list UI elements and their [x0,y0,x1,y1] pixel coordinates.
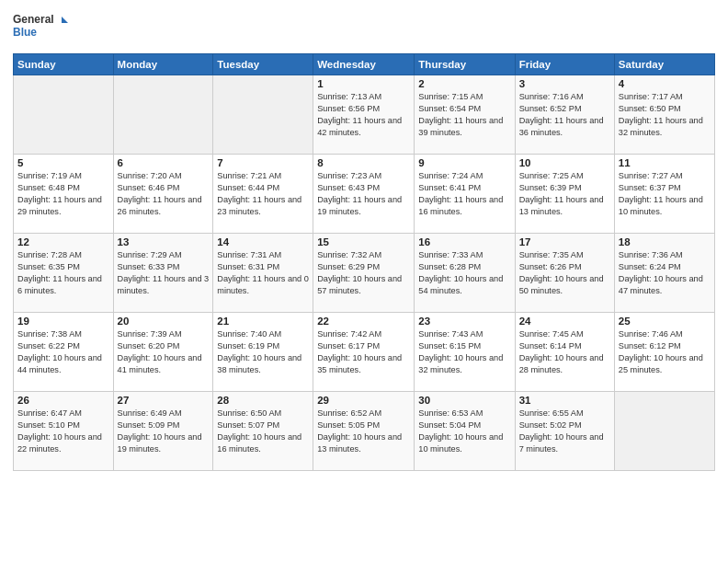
calendar-cell [14,75,114,155]
weekday-monday: Monday [113,54,213,75]
day-number: 31 [519,395,610,406]
day-number: 4 [619,78,711,89]
day-number: 13 [118,236,210,247]
day-number: 6 [118,157,210,168]
calendar-cell [113,75,213,155]
svg-text:Blue: Blue [13,26,37,39]
calendar-cell: 5Sunrise: 7:19 AM Sunset: 6:48 PM Daylig… [14,155,114,234]
day-info: Sunrise: 7:45 AM Sunset: 6:14 PM Dayligh… [519,328,610,376]
calendar-cell: 9Sunrise: 7:24 AM Sunset: 6:41 PM Daylig… [415,155,515,234]
calendar-cell: 15Sunrise: 7:32 AM Sunset: 6:29 PM Dayli… [313,234,415,313]
calendar-cell [213,75,313,155]
day-info: Sunrise: 7:16 AM Sunset: 6:52 PM Dayligh… [519,91,610,139]
week-row-4: 19Sunrise: 7:38 AM Sunset: 6:22 PM Dayli… [14,313,715,392]
calendar-cell: 2Sunrise: 7:15 AM Sunset: 6:54 PM Daylig… [415,75,515,155]
day-number: 3 [519,78,610,89]
calendar-cell: 18Sunrise: 7:36 AM Sunset: 6:24 PM Dayli… [614,234,714,313]
day-number: 25 [619,316,711,327]
week-row-5: 26Sunrise: 6:47 AM Sunset: 5:10 PM Dayli… [14,392,715,471]
logo-svg: General Blue [13,9,68,46]
calendar-cell: 28Sunrise: 6:50 AM Sunset: 5:07 PM Dayli… [213,392,313,471]
day-info: Sunrise: 7:17 AM Sunset: 6:50 PM Dayligh… [619,91,711,139]
day-info: Sunrise: 7:46 AM Sunset: 6:12 PM Dayligh… [619,328,711,376]
day-number: 24 [519,316,610,327]
day-info: Sunrise: 6:49 AM Sunset: 5:09 PM Dayligh… [118,408,210,455]
day-info: Sunrise: 7:43 AM Sunset: 6:15 PM Dayligh… [418,328,510,376]
day-number: 22 [317,316,410,327]
day-number: 20 [118,316,210,327]
day-number: 19 [17,316,109,327]
day-info: Sunrise: 7:27 AM Sunset: 6:37 PM Dayligh… [619,170,711,218]
day-info: Sunrise: 6:52 AM Sunset: 5:05 PM Dayligh… [317,408,410,455]
calendar-cell: 3Sunrise: 7:16 AM Sunset: 6:52 PM Daylig… [515,75,614,155]
weekday-tuesday: Tuesday [213,54,313,75]
calendar-cell: 21Sunrise: 7:40 AM Sunset: 6:19 PM Dayli… [213,313,313,392]
day-number: 15 [317,236,410,247]
calendar-cell [614,392,714,471]
day-number: 11 [619,157,711,168]
calendar-cell: 23Sunrise: 7:43 AM Sunset: 6:15 PM Dayli… [415,313,515,392]
day-info: Sunrise: 7:13 AM Sunset: 6:56 PM Dayligh… [317,91,410,139]
svg-text:General: General [13,13,54,26]
calendar-cell: 24Sunrise: 7:45 AM Sunset: 6:14 PM Dayli… [515,313,614,392]
day-info: Sunrise: 7:20 AM Sunset: 6:46 PM Dayligh… [118,170,210,218]
day-info: Sunrise: 7:35 AM Sunset: 6:26 PM Dayligh… [519,249,610,297]
day-info: Sunrise: 7:39 AM Sunset: 6:20 PM Dayligh… [118,328,210,376]
day-number: 18 [619,236,711,247]
page-header: General Blue [13,9,715,46]
calendar-cell: 12Sunrise: 7:28 AM Sunset: 6:35 PM Dayli… [14,234,114,313]
day-number: 12 [17,236,109,247]
weekday-saturday: Saturday [614,54,714,75]
day-info: Sunrise: 7:21 AM Sunset: 6:44 PM Dayligh… [217,170,309,218]
calendar-cell: 19Sunrise: 7:38 AM Sunset: 6:22 PM Dayli… [14,313,114,392]
weekday-header-row: SundayMondayTuesdayWednesdayThursdayFrid… [14,54,715,75]
day-number: 27 [118,395,210,406]
day-info: Sunrise: 7:25 AM Sunset: 6:39 PM Dayligh… [519,170,610,218]
calendar-cell: 20Sunrise: 7:39 AM Sunset: 6:20 PM Dayli… [113,313,213,392]
day-number: 21 [217,316,309,327]
day-info: Sunrise: 7:32 AM Sunset: 6:29 PM Dayligh… [317,249,410,297]
calendar-cell: 29Sunrise: 6:52 AM Sunset: 5:05 PM Dayli… [313,392,415,471]
day-number: 5 [17,157,109,168]
day-number: 14 [217,236,309,247]
day-info: Sunrise: 7:31 AM Sunset: 6:31 PM Dayligh… [217,249,309,297]
calendar-cell: 26Sunrise: 6:47 AM Sunset: 5:10 PM Dayli… [14,392,114,471]
week-row-3: 12Sunrise: 7:28 AM Sunset: 6:35 PM Dayli… [14,234,715,313]
day-info: Sunrise: 7:42 AM Sunset: 6:17 PM Dayligh… [317,328,410,376]
day-info: Sunrise: 7:38 AM Sunset: 6:22 PM Dayligh… [17,328,109,376]
calendar-cell: 4Sunrise: 7:17 AM Sunset: 6:50 PM Daylig… [614,75,714,155]
svg-marker-2 [62,17,68,23]
calendar-cell: 8Sunrise: 7:23 AM Sunset: 6:43 PM Daylig… [313,155,415,234]
calendar-cell: 31Sunrise: 6:55 AM Sunset: 5:02 PM Dayli… [515,392,614,471]
calendar-cell: 7Sunrise: 7:21 AM Sunset: 6:44 PM Daylig… [213,155,313,234]
day-info: Sunrise: 7:15 AM Sunset: 6:54 PM Dayligh… [418,91,510,139]
calendar-cell: 11Sunrise: 7:27 AM Sunset: 6:37 PM Dayli… [614,155,714,234]
day-number: 23 [418,316,510,327]
day-number: 28 [217,395,309,406]
week-row-1: 1Sunrise: 7:13 AM Sunset: 6:56 PM Daylig… [14,75,715,155]
calendar-cell: 13Sunrise: 7:29 AM Sunset: 6:33 PM Dayli… [113,234,213,313]
week-row-2: 5Sunrise: 7:19 AM Sunset: 6:48 PM Daylig… [14,155,715,234]
calendar-cell: 14Sunrise: 7:31 AM Sunset: 6:31 PM Dayli… [213,234,313,313]
calendar-cell: 17Sunrise: 7:35 AM Sunset: 6:26 PM Dayli… [515,234,614,313]
weekday-friday: Friday [515,54,614,75]
day-number: 16 [418,236,510,247]
day-number: 10 [519,157,610,168]
day-info: Sunrise: 6:50 AM Sunset: 5:07 PM Dayligh… [217,408,309,455]
day-info: Sunrise: 7:28 AM Sunset: 6:35 PM Dayligh… [17,249,109,297]
day-number: 7 [217,157,309,168]
day-number: 30 [418,395,510,406]
calendar-cell: 10Sunrise: 7:25 AM Sunset: 6:39 PM Dayli… [515,155,614,234]
calendar-cell: 25Sunrise: 7:46 AM Sunset: 6:12 PM Dayli… [614,313,714,392]
day-info: Sunrise: 6:55 AM Sunset: 5:02 PM Dayligh… [519,408,610,455]
calendar-cell: 1Sunrise: 7:13 AM Sunset: 6:56 PM Daylig… [313,75,415,155]
calendar-cell: 6Sunrise: 7:20 AM Sunset: 6:46 PM Daylig… [113,155,213,234]
day-number: 26 [17,395,109,406]
day-info: Sunrise: 7:19 AM Sunset: 6:48 PM Dayligh… [17,170,109,218]
day-info: Sunrise: 6:53 AM Sunset: 5:04 PM Dayligh… [418,408,510,455]
logo: General Blue [13,9,68,46]
calendar-cell: 16Sunrise: 7:33 AM Sunset: 6:28 PM Dayli… [415,234,515,313]
day-number: 9 [418,157,510,168]
calendar-cell: 22Sunrise: 7:42 AM Sunset: 6:17 PM Dayli… [313,313,415,392]
day-info: Sunrise: 7:23 AM Sunset: 6:43 PM Dayligh… [317,170,410,218]
